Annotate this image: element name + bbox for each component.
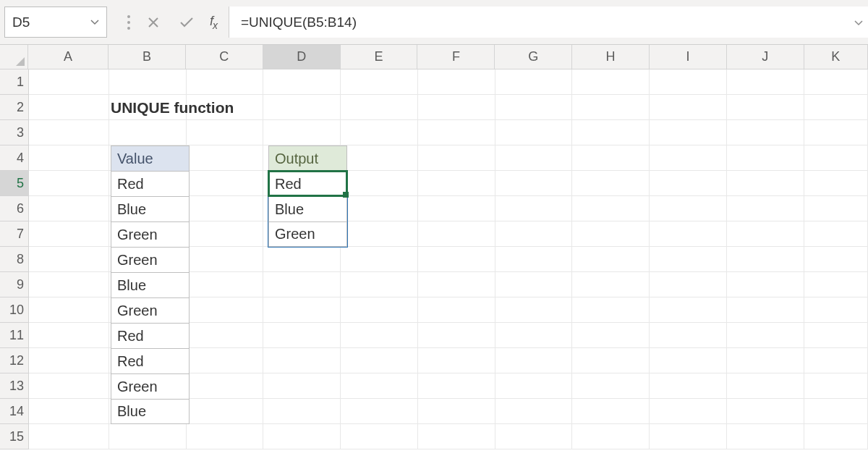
select-all-button[interactable] xyxy=(0,45,28,69)
value-table: Value RedBlueGreenGreenBlueGreenRedRedGr… xyxy=(111,145,190,424)
row-header[interactable]: 1 xyxy=(0,69,29,95)
table-row[interactable]: Blue xyxy=(111,196,190,221)
name-box-dropdown-icon[interactable] xyxy=(90,20,99,25)
row-header[interactable]: 7 xyxy=(0,221,29,247)
active-cell-outline[interactable] xyxy=(268,170,348,197)
row-headers: 123456789101112131415 xyxy=(0,69,29,449)
table-row[interactable]: Red xyxy=(111,323,190,348)
table-row[interactable]: Blue xyxy=(111,399,190,424)
row-header[interactable]: 2 xyxy=(0,95,29,120)
table-row[interactable]: Red xyxy=(111,348,190,373)
row-header[interactable]: 15 xyxy=(0,424,29,449)
column-header[interactable]: F xyxy=(417,45,495,69)
table-row[interactable]: Blue xyxy=(111,272,190,297)
column-headers: ABCDEFGHIJK xyxy=(0,45,868,69)
column-header[interactable]: B xyxy=(109,45,186,69)
column-header[interactable]: A xyxy=(28,45,109,69)
table-row[interactable]: Green xyxy=(111,221,190,247)
row-header[interactable]: 6 xyxy=(0,196,29,221)
row-header[interactable]: 11 xyxy=(0,323,29,348)
fill-handle[interactable] xyxy=(343,192,349,198)
row-header[interactable]: 9 xyxy=(0,272,29,297)
table-row[interactable]: Green xyxy=(111,247,190,272)
row-header[interactable]: 3 xyxy=(0,120,29,145)
row-header[interactable]: 13 xyxy=(0,373,29,399)
cancel-icon[interactable] xyxy=(143,12,163,33)
formula-bar: D5 fx =UNIQUE(B5:B14) xyxy=(0,0,868,45)
formula-text: =UNIQUE(B5:B14) xyxy=(241,14,357,30)
column-header[interactable]: H xyxy=(572,45,650,69)
table-row[interactable]: Red xyxy=(111,171,190,196)
value-table-header[interactable]: Value xyxy=(111,145,190,171)
table-row[interactable]: Green xyxy=(111,297,190,323)
row-header[interactable]: 12 xyxy=(0,348,29,373)
formula-bar-buttons: fx xyxy=(107,7,229,38)
spill-range-outline xyxy=(268,195,348,248)
row-header[interactable]: 8 xyxy=(0,247,29,272)
formula-input[interactable]: =UNIQUE(B5:B14) xyxy=(229,7,868,38)
row-header[interactable]: 4 xyxy=(0,145,29,171)
name-box[interactable]: D5 xyxy=(4,7,107,38)
fx-icon[interactable]: fx xyxy=(210,14,217,31)
column-header[interactable]: I xyxy=(650,45,727,69)
column-header[interactable]: G xyxy=(495,45,572,69)
output-table-header[interactable]: Output xyxy=(268,145,347,171)
table-row[interactable]: Green xyxy=(111,373,190,399)
column-header[interactable]: K xyxy=(804,45,868,69)
title-cell: UNIQUE function xyxy=(111,95,234,120)
row-header[interactable]: 5 xyxy=(0,171,29,196)
column-header[interactable]: E xyxy=(341,45,418,69)
drag-handle-icon xyxy=(127,15,130,30)
column-header[interactable]: J xyxy=(727,45,804,69)
expand-formula-bar-icon[interactable] xyxy=(854,14,864,30)
name-box-value: D5 xyxy=(12,14,90,30)
enter-icon[interactable] xyxy=(176,12,197,33)
worksheet: ABCDEFGHIJK 123456789101112131415 UNIQUE… xyxy=(0,45,868,456)
column-header[interactable]: D xyxy=(263,45,341,69)
row-header[interactable]: 14 xyxy=(0,399,29,424)
row-header[interactable]: 10 xyxy=(0,297,29,323)
column-header[interactable]: C xyxy=(186,45,263,69)
